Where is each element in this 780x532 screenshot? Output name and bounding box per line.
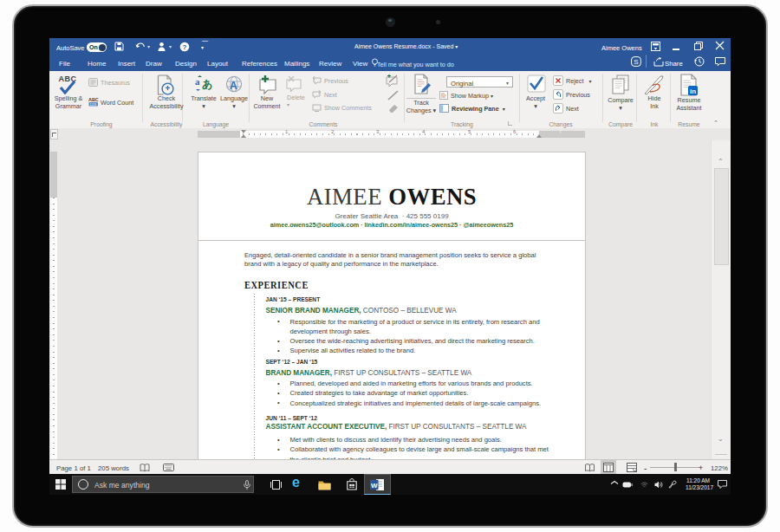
svg-text:S: S <box>634 58 638 66</box>
svg-text:123: 123 <box>90 102 97 107</box>
svg-text:?: ? <box>183 43 187 51</box>
svg-text:in: in <box>690 88 696 95</box>
svg-text:A: A <box>230 80 237 92</box>
svg-text:あ: あ <box>202 78 212 90</box>
svg-text:a: a <box>195 76 200 87</box>
svg-text:W: W <box>371 482 378 490</box>
